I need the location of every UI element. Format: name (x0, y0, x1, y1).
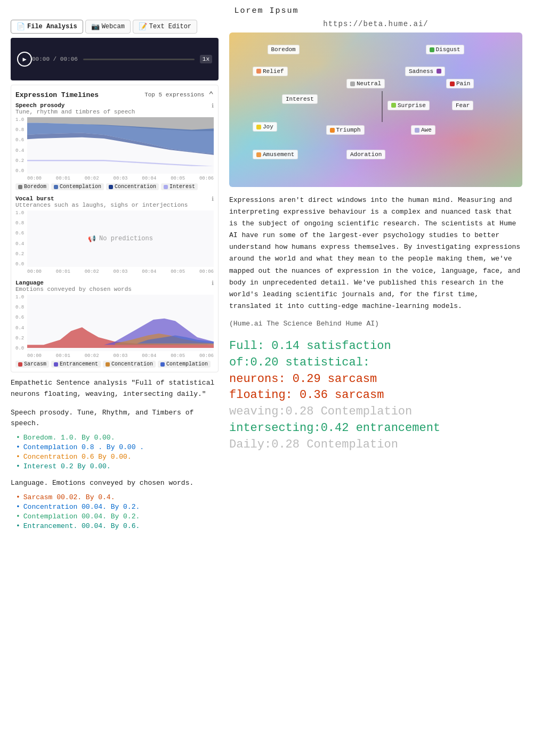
speech-bullet-list: Boredom. 1.0. By 0.00. Contemplation 0.8… (11, 434, 219, 470)
legend-concentration-lang: Concentration (103, 361, 156, 368)
vocal-chart-area: 📢 No predictions (27, 210, 214, 267)
prosody-y-labels: 1.00.80.60.40.20.0 (15, 117, 24, 181)
tab-file-analysis-label: File Analysis (27, 23, 77, 30)
bullet-contemplation: Contemplation 0.8 . By 0.00 . (16, 443, 219, 451)
language-bullet-list: Sarcasm 00.02. By 0.4. Concentration 00.… (11, 493, 219, 530)
analysis-line4: floating: 0.36 sarcasm (229, 387, 522, 404)
prosody-x-labels: 00:0000:0100:0200:0300:0400:0500:06 (27, 176, 214, 181)
legend-entrancement: Entrancement (51, 361, 101, 368)
collapse-icon[interactable]: ⌃ (208, 90, 214, 100)
language-info-icon[interactable]: ℹ (212, 280, 214, 287)
emotion-fear: Fear (452, 101, 473, 110)
emotion-triumph: Triumph (326, 125, 365, 135)
legend-contemplation: Contemplation (51, 183, 104, 190)
language-chart-subtitle: Emotions conveyed by chosen words (15, 286, 132, 292)
legend-sarcasm: Sarcasm (15, 361, 49, 368)
left-panel: 📄 File Analysis 📷 Webcam 📝 Text Editor ▶… (11, 20, 224, 538)
vocal-info-icon[interactable]: ℹ (212, 196, 214, 202)
video-progress-bar[interactable] (83, 59, 195, 60)
bullet-entrancement: Entrancement. 00.04. By 0.6. (16, 522, 219, 530)
language-chart-title: Language (15, 280, 132, 286)
description-text: Expressions aren't direct windows into t… (229, 194, 522, 312)
no-predictions: 📢 No predictions (88, 217, 153, 260)
speech-prosody-chart: 1.00.80.60.40.20.0 (15, 117, 214, 181)
emotion-awe: Awe (411, 125, 435, 135)
vocal-x-labels: 00:0000:0100:0200:0300:0400:0500:06 (27, 269, 214, 274)
vocal-burst-chart: 1.00.80.60.40.20.0 📢 No predictions 00:0… (15, 210, 214, 274)
expression-timelines-title: Expression Timelines (15, 91, 99, 99)
language-heading: Language. Emotions conveyed by chosen wo… (11, 478, 219, 489)
emotion-surprise: Surprise (387, 101, 430, 110)
language-chart: 1.00.80.60.40.20.0 (15, 295, 214, 359)
bullet-sarcasm: Sarcasm 00.02. By 0.4. (16, 493, 219, 501)
file-icon: 📄 (17, 22, 25, 31)
tab-webcam-label: Webcam (102, 23, 125, 30)
analysis-output: Full: 0.14 satisfaction of:0.20 statisti… (229, 338, 522, 453)
expression-header: Expression Timelines Top 5 expressions ⌃ (15, 90, 214, 100)
analysis-line3: neurons: 0.29 sarcasm (229, 371, 522, 388)
speech-prosody-subtitle: Tune, rhythm and timbres of speech (15, 109, 135, 115)
no-predictions-label: No predictions (99, 235, 153, 242)
speech-prosody-section: Speech prosody Tune, rhythm and timbres … (15, 102, 214, 190)
emotion-amusement: Amusement (253, 150, 298, 159)
vocal-burst-subtitle: Utterances such as laughs, sighs or inte… (15, 202, 188, 208)
right-panel: https://beta.hume.ai/ Boredom Disgust Re… (224, 20, 522, 538)
vocal-burst-title: Vocal burst (15, 196, 188, 202)
emotion-map-background (229, 32, 522, 187)
tab-text-editor[interactable]: 📝 Text Editor (133, 20, 197, 34)
emotion-adoration: Adoration (346, 150, 385, 159)
language-x-labels: 00:0000:0100:0200:0300:0400:0500:06 (27, 353, 214, 359)
bullet-concentration: Concentration 0.6 By 0.00. (16, 453, 219, 461)
legend-boredom: Boredom (15, 183, 49, 190)
video-time: 00:00 / 00:06 (32, 56, 78, 62)
expression-timelines-section: Expression Timelines Top 5 expressions ⌃… (11, 85, 219, 372)
analysis-line1: Full: 0.14 satisfaction (229, 338, 522, 355)
vocal-burst-section: Vocal burst Utterances such as laughs, s… (15, 196, 214, 274)
analysis-line2: of:0.20 statistical: (229, 355, 522, 371)
language-y-labels: 1.00.80.60.40.20.0 (15, 295, 24, 359)
speech-prosody-heading: Speech prosody. Tune, Rhythm, and Timber… (11, 408, 219, 430)
bullet-concentration-lang: Concentration 00.04. By 0.2. (16, 503, 219, 511)
tab-bar: 📄 File Analysis 📷 Webcam 📝 Text Editor (11, 20, 219, 34)
language-legend: Sarcasm Entrancement Concentration Conte… (15, 361, 214, 368)
prosody-chart-area (27, 117, 214, 174)
legend-contemplation-lang: Contemplation (158, 361, 211, 368)
emotion-pain: Pain (446, 79, 474, 88)
legend-interest: Interest (161, 183, 198, 190)
webcam-icon: 📷 (91, 22, 100, 31)
no-predictions-icon: 📢 (88, 235, 96, 243)
language-chart-section: Language Emotions conveyed by chosen wor… (15, 280, 214, 368)
source-text: (Hume.ai The Science Behind Hume AI) (229, 320, 522, 328)
bullet-contemplation-lang: Contemplation 00.04. By 0.2. (16, 513, 219, 521)
prosody-svg (27, 117, 214, 174)
emotion-interest: Interest (282, 94, 318, 104)
editor-icon: 📝 (139, 22, 147, 31)
language-chart-area (27, 295, 214, 351)
speech-prosody-title: Speech prosody (15, 102, 135, 109)
play-button[interactable]: ▶ (17, 52, 32, 67)
bullet-boredom: Boredom. 1.0. By 0.00. (16, 434, 219, 442)
language-svg (27, 295, 214, 351)
site-url: https://beta.hume.ai/ (229, 20, 522, 28)
video-player: ▶ 00:00 / 00:06 1x (11, 38, 219, 80)
tab-webcam[interactable]: 📷 Webcam (85, 20, 131, 34)
tab-text-editor-label: Text Editor (149, 23, 191, 30)
speech-info-icon[interactable]: ℹ (212, 102, 214, 109)
emotion-relief: Relief (253, 67, 288, 76)
analysis-line6: intersecting:0.42 entrancement (229, 420, 522, 437)
emotion-neutral: Neutral (346, 79, 385, 88)
vocal-y-labels: 1.00.80.60.40.20.0 (15, 210, 24, 274)
analysis-line7: Daily:0.28 Contemplation (229, 437, 522, 453)
emotion-boredom: Boredom (268, 45, 300, 54)
cursor-indicator (382, 91, 383, 122)
bullet-interest: Interest 0.2 By 0.00. (16, 462, 219, 470)
top-expressions-label[interactable]: Top 5 expressions (144, 92, 204, 98)
legend-concentration: Concentration (106, 183, 159, 190)
emotion-sadness: Sadness (405, 67, 445, 76)
video-speed[interactable]: 1x (200, 55, 212, 63)
tab-file-analysis[interactable]: 📄 File Analysis (11, 20, 83, 34)
emotion-disgust: Disgust (426, 45, 464, 54)
analysis-line5: weaving:0.28 Contemplation (229, 404, 522, 420)
emotion-map: Boredom Disgust Relief Sadness Neutral P… (229, 32, 522, 187)
page-title: Lorem Ipsum (0, 0, 533, 20)
